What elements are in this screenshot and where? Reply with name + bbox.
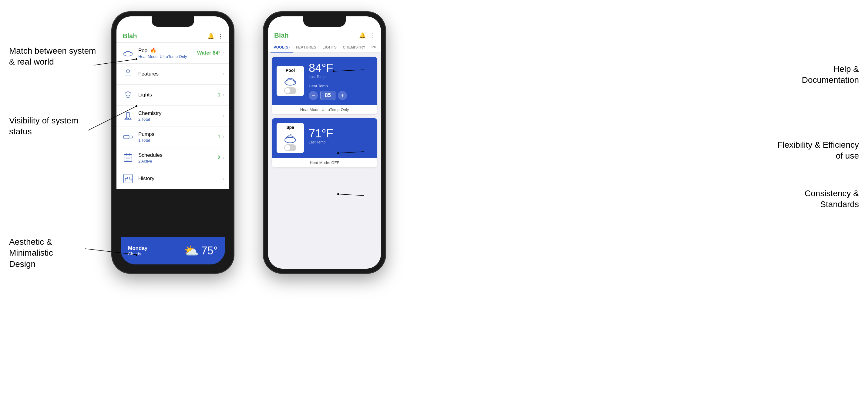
annotation-visibility: Visibility of system status xyxy=(9,115,88,138)
menu-text-schedules: Schedules 2 Active xyxy=(138,152,217,163)
features-icon xyxy=(121,67,135,81)
notch-1 xyxy=(152,17,194,27)
chemistry-icon xyxy=(121,109,135,122)
schedules-sublabel: 2 Active xyxy=(138,159,217,163)
annotation-aesthetic-text: Aesthetic & Minimalistic Design xyxy=(9,237,53,269)
spa-card-icon xyxy=(283,132,298,144)
annotation-visibility-text: Visibility of system status xyxy=(9,116,78,136)
app-header-1: Blah 🔔 ⋮ xyxy=(117,30,229,43)
history-label: History xyxy=(138,176,223,182)
features-label: Features xyxy=(138,71,223,77)
menu-item-chemistry[interactable]: Chemistry 2 Total › xyxy=(117,105,229,126)
temp-increase-btn[interactable]: + xyxy=(338,91,347,100)
pool-card-footer: Heat Mode: UltraTemp Only xyxy=(272,105,377,114)
spa-card-name: Spa xyxy=(286,125,294,130)
spa-toggle-knob xyxy=(285,145,290,150)
spa-toggle[interactable] xyxy=(284,144,296,151)
menu-item-pumps[interactable]: Pumps 1 Total 1 › xyxy=(117,126,229,147)
pumps-label: Pumps xyxy=(138,131,217,138)
header-icons-2: 🔔 ⋮ xyxy=(359,32,375,39)
svg-rect-15 xyxy=(124,154,132,161)
svg-rect-21 xyxy=(124,174,132,183)
temp-decrease-btn[interactable]: − xyxy=(309,91,318,100)
weather-day: Monday xyxy=(128,245,184,251)
phone1-screen: Jun 20, 4:24PM 85°F Blah 🔔 ⋮ Pool 🔥 xyxy=(117,17,229,269)
more-icon[interactable]: ⋮ xyxy=(218,33,223,39)
menu-item-lights[interactable]: Lights 1 › xyxy=(117,85,229,105)
chemistry-sublabel: 2 Total xyxy=(138,117,223,122)
tab-features[interactable]: FEATURES xyxy=(293,42,320,53)
svg-point-10 xyxy=(128,118,129,119)
svg-point-9 xyxy=(126,117,128,119)
spa-card-footer: Heat Mode: OFF xyxy=(272,158,377,168)
chemistry-label: Chemistry xyxy=(138,110,223,116)
app-title-2: Blah xyxy=(274,32,289,39)
annotation-aesthetic: Aesthetic & Minimalistic Design xyxy=(9,237,94,270)
annotation-match: Match between system & real world xyxy=(9,46,100,68)
annotation-flexibility-text: Flexibility & Efficiency of use xyxy=(777,140,859,160)
spa-temp: 71°F xyxy=(309,127,372,140)
history-icon xyxy=(121,172,135,185)
annotation-help-text: Help & Documentation xyxy=(802,64,859,85)
menu-item-pool[interactable]: Pool 🔥 Heat Mode: UltraTemp Only Water 8… xyxy=(117,43,229,64)
menu-text-lights: Lights xyxy=(138,92,217,98)
schedules-chevron: › xyxy=(223,155,224,160)
tab-lights[interactable]: LIGHTS xyxy=(319,42,340,53)
pool-water-badge: Water 84° xyxy=(197,50,220,56)
menu-text-history: History xyxy=(138,176,223,182)
svg-point-23 xyxy=(285,138,296,143)
pool-chevron: › xyxy=(223,50,224,56)
menu-text-chemistry: Chemistry 2 Total xyxy=(138,110,223,122)
pool-sublabel: Heat Mode: UltraTemp Only xyxy=(138,54,197,59)
pumps-sublabel: 1 Total xyxy=(138,138,217,143)
history-chevron: › xyxy=(223,176,224,181)
svg-line-6 xyxy=(125,92,126,92)
lights-badge: 1 xyxy=(217,92,220,98)
more-icon-2[interactable]: ⋮ xyxy=(369,32,375,39)
header-icons-1: 🔔 ⋮ xyxy=(208,33,223,39)
svg-rect-11 xyxy=(124,135,129,139)
phone-2: Blah 🔔 ⋮ POOL(S) FEATURES LIGHTS CHEMIST… xyxy=(264,12,385,273)
tab-chemistry[interactable]: CHEMISTRY xyxy=(340,42,369,53)
chemistry-chevron: › xyxy=(223,113,224,119)
annotation-flexibility: Flexibility & Efficiency of use xyxy=(774,140,859,162)
schedules-label: Schedules xyxy=(138,152,217,158)
bell-icon-2[interactable]: 🔔 xyxy=(359,32,366,39)
pool-card-left: Pool xyxy=(277,66,304,96)
annotation-help: Help & Documentation xyxy=(783,64,859,86)
pool-label: Pool 🔥 xyxy=(138,47,197,54)
pool-temp: 84°F xyxy=(309,62,372,74)
pumps-icon xyxy=(121,130,135,144)
app-title-1: Blah xyxy=(123,32,137,40)
weather-temp: 75° xyxy=(202,244,218,257)
menu-text-features: Features xyxy=(138,71,223,77)
pool-card-icon xyxy=(283,75,298,87)
svg-line-7 xyxy=(130,92,131,92)
bell-icon[interactable]: 🔔 xyxy=(208,33,214,39)
annotation-consistency-text: Consistency & Standards xyxy=(805,189,859,209)
pool-content: Pool 84°F Last Temp Heat Temp xyxy=(268,53,381,269)
spa-card-right: 71°F Last Temp xyxy=(309,127,372,149)
pool-card-name: Pool xyxy=(286,68,295,73)
svg-point-4 xyxy=(126,92,130,96)
tab-bar: POOL(S) FEATURES LIGHTS CHEMISTRY PU... xyxy=(268,42,381,53)
schedules-icon xyxy=(121,151,135,164)
tab-pools[interactable]: POOL(S) xyxy=(271,42,293,53)
spa-card-left: Spa xyxy=(277,123,304,153)
phone-1: Jun 20, 4:24PM 85°F Blah 🔔 ⋮ Pool 🔥 xyxy=(112,12,234,273)
tab-pumps[interactable]: PU... xyxy=(369,42,381,53)
weather-cloud-icon: ⛅ xyxy=(184,244,199,258)
pool-card-right: 84°F Last Temp Heat Temp − 85 + xyxy=(309,62,372,100)
menu-text-pumps: Pumps 1 Total xyxy=(138,131,217,143)
pumps-badge: 1 xyxy=(217,134,220,140)
temp-control: − 85 + xyxy=(309,91,372,100)
pool-toggle[interactable] xyxy=(284,87,296,94)
menu-item-schedules[interactable]: Schedules 2 Active 2 › xyxy=(117,147,229,168)
pool-card: Pool 84°F Last Temp Heat Temp xyxy=(272,57,377,114)
weather-condition: Cloudy xyxy=(128,251,184,256)
lights-label: Lights xyxy=(138,92,217,98)
menu-item-history[interactable]: History › xyxy=(117,168,229,189)
menu-list: Pool 🔥 Heat Mode: UltraTemp Only Water 8… xyxy=(117,43,229,189)
pool-card-inner: Pool 84°F Last Temp Heat Temp xyxy=(272,57,377,105)
menu-item-features[interactable]: Features › xyxy=(117,64,229,85)
